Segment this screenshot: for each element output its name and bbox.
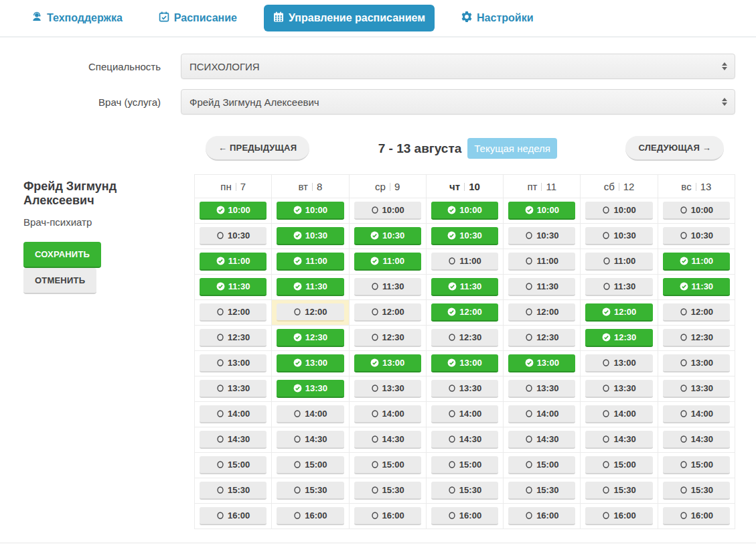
- time-slot-ср-12:00[interactable]: 12:00: [354, 303, 421, 322]
- time-slot-пт-10:00[interactable]: 10:00: [508, 202, 575, 220]
- time-slot-вт-13:30[interactable]: 13:30: [277, 380, 344, 398]
- time-slot-вс-10:30[interactable]: 10:30: [663, 227, 730, 245]
- time-slot-пн-10:30[interactable]: 10:30: [200, 227, 267, 245]
- time-slot-вс-13:00[interactable]: 13:00: [663, 354, 730, 372]
- time-slot-пн-11:30[interactable]: 11:30: [200, 278, 267, 296]
- time-slot-пт-11:00[interactable]: 11:00: [508, 253, 575, 271]
- nav-tab-schedule[interactable]: Расписание: [149, 5, 246, 31]
- nav-tab-schedule-management[interactable]: Управление расписанием: [264, 5, 435, 31]
- time-slot-вт-13:00[interactable]: 13:00: [277, 354, 344, 372]
- time-slot-вс-12:00[interactable]: 12:00: [663, 303, 730, 322]
- time-slot-пт-15:00[interactable]: 15:00: [508, 456, 575, 474]
- time-slot-ср-11:30[interactable]: 11:30: [354, 278, 421, 296]
- time-slot-пн-16:00[interactable]: 16:00: [200, 507, 267, 525]
- save-button[interactable]: СОХРАНИТЬ: [23, 242, 101, 268]
- time-slot-пт-14:30[interactable]: 14:30: [508, 431, 575, 449]
- time-slot-сб-10:00[interactable]: 10:00: [585, 202, 652, 220]
- time-slot-чт-10:30[interactable]: 10:30: [431, 227, 498, 245]
- time-slot-чт-15:30[interactable]: 15:30: [431, 482, 498, 500]
- time-slot-сб-16:00[interactable]: 16:00: [585, 507, 652, 525]
- time-slot-ср-12:30[interactable]: 12:30: [354, 329, 421, 347]
- time-slot-сб-14:30[interactable]: 14:30: [585, 431, 652, 449]
- time-slot-сб-11:30[interactable]: 11:30: [585, 278, 652, 296]
- time-slot-сб-15:00[interactable]: 15:00: [585, 456, 652, 474]
- time-slot-чт-12:30[interactable]: 12:30: [431, 329, 498, 347]
- time-slot-вт-12:30[interactable]: 12:30: [277, 329, 344, 347]
- time-slot-пн-13:00[interactable]: 13:00: [200, 354, 267, 372]
- time-slot-пн-10:00[interactable]: 10:00: [200, 202, 267, 220]
- time-slot-ср-14:00[interactable]: 14:00: [354, 405, 421, 423]
- time-slot-чт-12:00[interactable]: 12:00: [431, 303, 498, 322]
- time-slot-чт-10:00[interactable]: 10:00: [431, 202, 498, 220]
- time-slot-вт-15:30[interactable]: 15:30: [277, 482, 344, 500]
- time-slot-пн-11:00[interactable]: 11:00: [200, 253, 267, 271]
- time-slot-ср-10:30[interactable]: 10:30: [354, 227, 421, 245]
- time-slot-чт-13:30[interactable]: 13:30: [431, 380, 498, 398]
- time-slot-вс-15:00[interactable]: 15:00: [663, 456, 730, 474]
- time-slot-сб-12:00[interactable]: 12:00: [585, 303, 652, 322]
- time-slot-пт-12:30[interactable]: 12:30: [508, 329, 575, 347]
- time-slot-вс-14:30[interactable]: 14:30: [663, 431, 730, 449]
- cancel-button[interactable]: ОТМЕНИТЬ: [23, 268, 96, 294]
- time-slot-вс-10:00[interactable]: 10:00: [663, 202, 730, 220]
- time-slot-пн-12:30[interactable]: 12:30: [200, 329, 267, 347]
- time-slot-пт-12:00[interactable]: 12:00: [508, 303, 575, 322]
- time-slot-вт-11:00[interactable]: 11:00: [277, 253, 344, 271]
- time-slot-ср-14:30[interactable]: 14:30: [354, 431, 421, 449]
- time-slot-пн-15:30[interactable]: 15:30: [200, 482, 267, 500]
- time-slot-ср-16:00[interactable]: 16:00: [354, 507, 421, 525]
- time-slot-вс-13:30[interactable]: 13:30: [663, 380, 730, 398]
- time-slot-чт-13:00[interactable]: 13:00: [431, 354, 498, 372]
- time-slot-ср-10:00[interactable]: 10:00: [354, 202, 421, 220]
- time-slot-пт-15:30[interactable]: 15:30: [508, 482, 575, 500]
- time-slot-пт-13:30[interactable]: 13:30: [508, 380, 575, 398]
- time-slot-чт-11:30[interactable]: 11:30: [431, 278, 498, 296]
- next-week-button[interactable]: СЛЕДУЮЩАЯ →: [625, 136, 724, 161]
- time-slot-чт-14:30[interactable]: 14:30: [431, 431, 498, 449]
- time-slot-пн-15:00[interactable]: 15:00: [200, 456, 267, 474]
- time-slot-вт-14:30[interactable]: 14:30: [277, 431, 344, 449]
- time-slot-пт-16:00[interactable]: 16:00: [508, 507, 575, 525]
- time-slot-сб-13:30[interactable]: 13:30: [585, 380, 652, 398]
- time-slot-вс-14:00[interactable]: 14:00: [663, 405, 730, 423]
- time-slot-сб-10:30[interactable]: 10:30: [585, 227, 652, 245]
- time-slot-пн-14:30[interactable]: 14:30: [200, 431, 267, 449]
- time-slot-вс-12:30[interactable]: 12:30: [663, 329, 730, 347]
- time-slot-пт-10:30[interactable]: 10:30: [508, 227, 575, 245]
- time-slot-вт-10:00[interactable]: 10:00: [277, 202, 344, 220]
- time-slot-ср-15:30[interactable]: 15:30: [354, 482, 421, 500]
- time-slot-вт-15:00[interactable]: 15:00: [277, 456, 344, 474]
- time-slot-вс-11:30[interactable]: 11:30: [663, 278, 730, 296]
- previous-week-button[interactable]: ← ПРЕДЫДУЩАЯ: [206, 136, 309, 161]
- time-slot-ср-13:30[interactable]: 13:30: [354, 380, 421, 398]
- time-slot-чт-11:00[interactable]: 11:00: [431, 253, 498, 271]
- time-slot-ср-13:00[interactable]: 13:00: [354, 354, 421, 372]
- time-slot-чт-15:00[interactable]: 15:00: [431, 456, 498, 474]
- time-slot-пт-14:00[interactable]: 14:00: [508, 405, 575, 423]
- time-slot-пт-11:30[interactable]: 11:30: [508, 278, 575, 296]
- time-slot-пн-14:00[interactable]: 14:00: [200, 405, 267, 423]
- time-slot-вс-16:00[interactable]: 16:00: [663, 507, 730, 525]
- time-slot-сб-13:00[interactable]: 13:00: [585, 354, 652, 372]
- time-slot-сб-12:30[interactable]: 12:30: [585, 329, 652, 347]
- time-slot-вт-14:00[interactable]: 14:00: [277, 405, 344, 423]
- time-slot-пт-13:00[interactable]: 13:00: [508, 354, 575, 372]
- time-slot-пн-13:30[interactable]: 13:30: [200, 380, 267, 398]
- time-slot-вт-11:30[interactable]: 11:30: [277, 278, 344, 296]
- time-slot-сб-14:00[interactable]: 14:00: [585, 405, 652, 423]
- time-slot-сб-11:00[interactable]: 11:00: [585, 253, 652, 271]
- doctor-select[interactable]: Фрейд Зигмунд Алексеевич: [181, 89, 735, 115]
- time-slot-чт-14:00[interactable]: 14:00: [431, 405, 498, 423]
- time-slot-чт-16:00[interactable]: 16:00: [431, 507, 498, 525]
- time-slot-пн-12:00[interactable]: 12:00: [200, 303, 267, 322]
- time-slot-вс-15:30[interactable]: 15:30: [663, 482, 730, 500]
- time-slot-вт-10:30[interactable]: 10:30: [277, 227, 344, 245]
- time-slot-ср-15:00[interactable]: 15:00: [354, 456, 421, 474]
- time-slot-вс-11:00[interactable]: 11:00: [663, 253, 730, 271]
- nav-tab-settings[interactable]: Настройки: [452, 5, 542, 31]
- time-slot-ср-11:00[interactable]: 11:00: [354, 253, 421, 271]
- time-slot-вт-16:00[interactable]: 16:00: [277, 507, 344, 525]
- specialty-select[interactable]: ПСИХОЛОГИЯ: [181, 54, 735, 79]
- nav-tab-support[interactable]: Техподдержка: [22, 5, 132, 31]
- time-slot-вт-12:00[interactable]: 12:00: [277, 303, 344, 322]
